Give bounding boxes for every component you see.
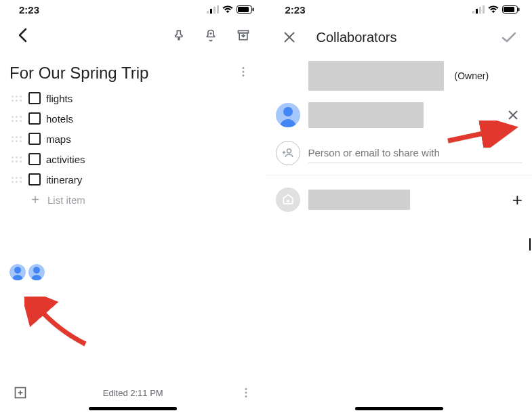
remove-collaborator-button[interactable] — [504, 102, 523, 129]
list-item: hotels — [9, 108, 257, 129]
text-cursor — [529, 238, 531, 251]
svg-point-19 — [245, 392, 247, 394]
checkbox[interactable] — [28, 153, 41, 165]
add-person-icon — [276, 141, 300, 165]
divider — [266, 175, 533, 175]
plus-box-icon — [14, 386, 27, 399]
svg-rect-23 — [479, 7, 481, 14]
svg-rect-5 — [238, 7, 249, 12]
redacted-collaborator-name — [308, 102, 424, 128]
item-label[interactable]: maps — [46, 133, 257, 145]
checklist: flights hotels maps activities itinerary — [0, 88, 266, 210]
new-item-row[interactable]: + List item — [9, 190, 257, 210]
svg-rect-3 — [217, 5, 219, 14]
collaborators-screen: 2:23 Collaborators (Owner) — [266, 0, 533, 413]
svg-point-32 — [287, 149, 291, 153]
cellular-icon — [207, 5, 219, 14]
avatar — [276, 103, 300, 127]
svg-point-20 — [245, 395, 247, 397]
svg-point-18 — [245, 388, 247, 390]
archive-icon — [237, 28, 250, 42]
add-family-group-button[interactable]: + — [512, 190, 523, 211]
archive-button[interactable] — [230, 22, 257, 49]
drag-handle-icon[interactable] — [9, 152, 23, 166]
svg-rect-0 — [207, 11, 209, 14]
avatar — [9, 264, 26, 280]
list-item: flights — [9, 88, 257, 108]
collaborators-header: Collaborators — [266, 19, 533, 56]
avatar — [28, 264, 45, 280]
item-label[interactable]: hotels — [46, 113, 257, 125]
svg-rect-22 — [476, 9, 478, 14]
redacted-family-group-name — [308, 190, 410, 210]
checkbox[interactable] — [28, 133, 41, 145]
owner-row: (Owner) — [266, 56, 533, 96]
svg-rect-1 — [210, 9, 212, 14]
svg-rect-2 — [213, 7, 216, 14]
collaborator-avatars[interactable] — [0, 264, 266, 280]
status-bar: 2:23 — [266, 0, 533, 19]
home-indicator[interactable] — [355, 407, 443, 410]
family-group-row[interactable]: + — [266, 181, 533, 219]
svg-point-12 — [242, 67, 244, 69]
annotation-arrow-avatars — [24, 297, 99, 351]
note-title[interactable]: For Our Spring Trip — [9, 64, 230, 83]
item-label[interactable]: itinerary — [46, 174, 257, 186]
wifi-icon — [488, 5, 499, 14]
checkbox[interactable] — [28, 112, 41, 125]
add-collaborator-input[interactable] — [308, 143, 523, 163]
more-vert-icon — [241, 387, 251, 398]
confirm-button[interactable] — [495, 24, 523, 51]
home-indicator[interactable] — [89, 407, 177, 410]
svg-rect-21 — [472, 11, 474, 14]
title-menu-button[interactable] — [230, 66, 257, 80]
redacted-owner-name — [308, 61, 444, 91]
collaborator-row — [266, 96, 533, 134]
drag-handle-icon[interactable] — [9, 112, 23, 125]
new-item-placeholder: List item — [47, 194, 85, 206]
close-button[interactable] — [276, 24, 303, 51]
checkbox[interactable] — [28, 92, 41, 104]
status-icons — [207, 5, 254, 14]
close-icon — [283, 31, 295, 43]
svg-point-14 — [242, 74, 244, 77]
add-content-button[interactable] — [9, 379, 31, 406]
svg-rect-26 — [504, 7, 514, 12]
pin-button[interactable] — [165, 22, 192, 49]
list-item: activities — [9, 149, 257, 169]
collaborators-title: Collaborators — [312, 30, 487, 45]
drag-handle-icon[interactable] — [9, 132, 23, 146]
footer-menu-button[interactable] — [235, 379, 257, 406]
collaborators-list: (Owner) + — [266, 56, 533, 219]
title-row: For Our Spring Trip — [0, 51, 266, 88]
status-time: 2:23 — [285, 4, 306, 16]
reminder-button[interactable] — [197, 22, 224, 49]
pin-icon — [171, 28, 185, 42]
svg-rect-6 — [252, 8, 253, 12]
cellular-icon — [472, 5, 485, 14]
battery-icon — [502, 5, 520, 14]
chevron-left-icon — [17, 28, 29, 43]
item-label[interactable]: flights — [46, 93, 257, 104]
list-item: maps — [9, 129, 257, 149]
status-bar: 2:23 — [0, 0, 266, 19]
owner-label: (Owner) — [455, 70, 489, 81]
item-label[interactable]: activities — [46, 154, 257, 165]
battery-icon — [237, 5, 254, 14]
status-time: 2:23 — [19, 4, 39, 16]
drag-handle-icon[interactable] — [9, 91, 23, 105]
list-item: itinerary — [9, 169, 257, 190]
wifi-icon — [222, 5, 233, 14]
checkbox[interactable] — [28, 173, 41, 186]
svg-rect-24 — [483, 5, 485, 14]
check-icon — [502, 31, 516, 43]
add-collaborator-row — [266, 134, 533, 172]
back-button[interactable] — [9, 22, 37, 49]
edited-label: Edited 2:11 PM — [31, 388, 235, 398]
top-actions — [0, 19, 266, 51]
family-group-icon — [276, 188, 300, 212]
bell-plus-icon — [204, 28, 218, 43]
note-screen: 2:23 For Our Spring Trip — [0, 0, 266, 413]
status-icons — [472, 5, 520, 14]
drag-handle-icon[interactable] — [9, 173, 23, 186]
